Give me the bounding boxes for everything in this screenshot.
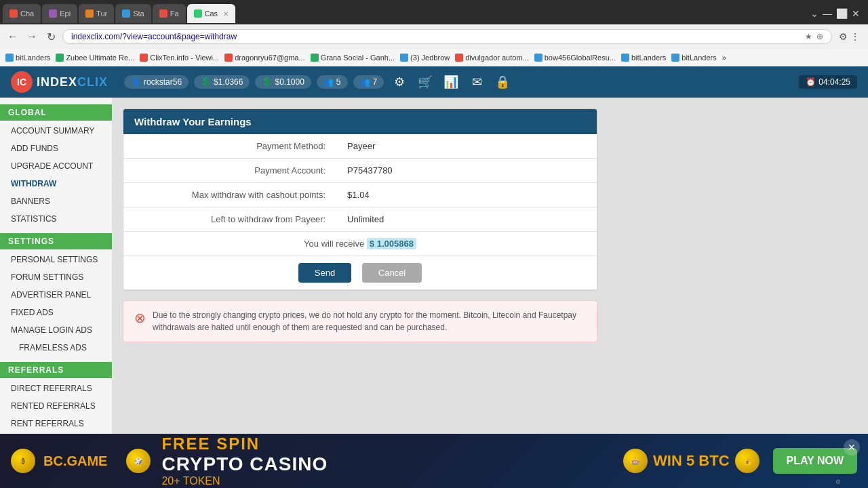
receive-amount: $ 1.005868: [367, 238, 416, 249]
sidebar-item-add-funds[interactable]: ADD FUNDS: [0, 140, 112, 157]
people2-icon: 👥: [360, 77, 370, 87]
bookmark-10[interactable]: bitLanders: [671, 54, 716, 62]
back-button[interactable]: ←: [5, 30, 20, 43]
cancel-button[interactable]: Cancel: [362, 263, 422, 283]
tab-4[interactable]: Sta: [115, 4, 151, 23]
bookmarks-bar: bitLanders Zubee Ultimate Re... ClixTen.…: [0, 49, 868, 66]
withdraw-title: Withdraw Your Earnings: [123, 109, 597, 134]
shop-icon[interactable]: 🛒: [415, 72, 435, 92]
sidebar-item-withdraw[interactable]: WITHDRAW: [0, 175, 112, 192]
bookmark-3[interactable]: ClixTen.info - Viewi...: [140, 54, 219, 62]
address-icons: ★⊕: [805, 32, 823, 41]
address-bar[interactable]: indexclix.com/?view=account&page=withdra…: [62, 29, 832, 44]
sidebar-item-banners[interactable]: BANNERS: [0, 192, 112, 210]
label-payment-account: Payment Account:: [123, 159, 336, 183]
bookmark-6[interactable]: (3) Jedbrow: [400, 54, 450, 62]
forward-button[interactable]: →: [24, 30, 39, 43]
reload-button[interactable]: ↻: [43, 30, 58, 43]
sidebar-item-statistics[interactable]: STATISTICS: [0, 210, 112, 228]
header-count2: 👥 7: [353, 75, 384, 89]
sidebar-item-frameless-ads[interactable]: FRAMELESS ADS: [0, 339, 112, 357]
ad-close-button[interactable]: ✕: [844, 439, 860, 455]
coin-decoration-3: 🎰: [623, 449, 648, 473]
bookmark-4[interactable]: dragonryu67@gma...: [224, 54, 305, 62]
sidebar-item-upgrade-account[interactable]: UPGRADE ACCOUNT: [0, 157, 112, 175]
withdraw-panel: Withdraw Your Earnings Payment Method: P…: [123, 108, 597, 291]
table-row-max-withdraw: Max withdraw with cashout points: $1.04: [123, 183, 597, 207]
sidebar: GLOBAL ACCOUNT SUMMARY ADD FUNDS UPGRADE…: [0, 98, 112, 488]
browser-actions: ⚙ ⋮: [836, 31, 863, 42]
sidebar-item-account-summary[interactable]: ACCOUNT SUMMARY: [0, 122, 112, 140]
browser-chrome: Cha Epi Tur Sta Fa Cas ✕ ⌄ — ⬜ ✕: [0, 0, 868, 66]
withdraw-table: Payment Method: Payeer Payment Account: …: [123, 134, 597, 290]
bookmark-9[interactable]: bitLanders: [621, 54, 666, 62]
menu-icon[interactable]: ⋮: [850, 31, 860, 42]
main-layout: GLOBAL ACCOUNT SUMMARY ADD FUNDS UPGRADE…: [0, 98, 868, 488]
ad-banner: ✕ ₿ BC.GAME 🎲 FREE SPIN CRYPTO CASINO 20…: [0, 434, 868, 488]
receive-text: You will receive: [304, 239, 367, 249]
tab-bar: Cha Epi Tur Sta Fa Cas ✕ ⌄ — ⬜ ✕: [0, 0, 868, 24]
settings-icon[interactable]: ⚙: [389, 72, 410, 92]
sidebar-item-advertiser-panel[interactable]: ADVERTISER PANEL: [0, 286, 112, 304]
sidebar-item-manage-login-ads[interactable]: MANAGE LOGIN ADS: [0, 321, 112, 339]
lock-icon[interactable]: 🔒: [492, 72, 513, 92]
ad-free-spin: FREE SPIN: [161, 434, 623, 453]
more-bookmarks[interactable]: »: [722, 54, 726, 62]
logo-text: INDEXCLIX: [37, 75, 108, 89]
sidebar-item-personal-settings[interactable]: PERSONAL SETTINGS: [0, 251, 112, 268]
chart-icon[interactable]: 📊: [441, 72, 461, 92]
dollar2-icon: 💲: [262, 77, 272, 87]
sidebar-item-rented-referrals[interactable]: RENTED REFERRALS: [0, 397, 112, 415]
send-button[interactable]: Send: [298, 263, 351, 283]
sidebar-settings-header: SETTINGS: [0, 233, 112, 249]
ad-crypto-casino: CRYPTO CASINO: [161, 453, 623, 475]
header-time: ⏰ 04:04:25: [799, 75, 857, 89]
warning-icon: ⊗: [134, 310, 146, 326]
header-items: 👤 rockstar56 💲 $1.0366 💲 $0.1000 👥 5 👥 7…: [124, 72, 513, 92]
address-bar-row: ← → ↻ indexclix.com/?view=account&page=w…: [0, 24, 868, 49]
tab-actions[interactable]: ⌄ — ⬜ ✕: [805, 8, 865, 19]
bookmark-7[interactable]: divulgador autom...: [455, 54, 529, 62]
table-row-payment-method: Payment Method: Payeer: [123, 134, 597, 159]
value-max-withdraw: $1.04: [336, 183, 597, 207]
bookmark-1[interactable]: bitLanders: [5, 54, 50, 62]
bookmark-2[interactable]: Zubee Ultimate Re...: [56, 54, 134, 62]
header-balance2: 💲 $0.1000: [255, 75, 311, 89]
value-payment-account: P75437780: [336, 159, 597, 183]
sidebar-item-direct-referrals[interactable]: DIRECT REFERRALS: [0, 380, 112, 397]
coin-decoration-2: 🎲: [126, 449, 151, 473]
value-left-withdraw: Unlimited: [336, 207, 597, 232]
table-row-buttons: Send Cancel: [123, 256, 597, 290]
dollar-icon: 💲: [201, 77, 211, 87]
tab-5[interactable]: Fa: [153, 4, 186, 23]
table-row-receive: You will receive $ 1.005868: [123, 232, 597, 256]
tab-3[interactable]: Tur: [79, 4, 114, 23]
table-row-payment-account: Payment Account: P75437780: [123, 159, 597, 183]
ad-logo: BC.GAME: [43, 453, 107, 469]
header-username[interactable]: 👤 rockstar56: [124, 75, 189, 89]
sidebar-item-forum-settings[interactable]: FORUM SETTINGS: [0, 268, 112, 286]
ad-token-count: 20+ TOKEN: [161, 475, 623, 487]
tab-1[interactable]: Cha: [3, 4, 41, 23]
extensions-icon[interactable]: ⚙: [839, 31, 848, 42]
user-icon: 👤: [131, 77, 141, 87]
tab-2[interactable]: Epi: [42, 4, 77, 23]
warning-box: ⊗ Due to the strongly changing crypto pr…: [123, 300, 597, 342]
sidebar-item-rent-referrals[interactable]: RENT REFERRALS: [0, 415, 112, 432]
sidebar-item-fixed-ads[interactable]: FIXED ADS: [0, 304, 112, 321]
bookmark-8[interactable]: bow456GlobalResu...: [534, 54, 616, 62]
label-payment-method: Payment Method:: [123, 134, 336, 159]
bookmark-5[interactable]: Grana Social - Ganh...: [311, 54, 395, 62]
value-payment-method: Payeer: [336, 134, 597, 159]
mail-icon[interactable]: ✉: [467, 72, 487, 92]
header-count1: 👥 5: [317, 75, 348, 89]
warning-text: Due to the strongly changing crypto pric…: [153, 309, 586, 333]
ad-settings-icon[interactable]: ⚙: [835, 479, 841, 485]
tab-6-active[interactable]: Cas ✕: [187, 4, 236, 23]
sidebar-referrals-header: REFERRALS: [0, 362, 112, 378]
ad-win-label: WIN 5 BTC: [653, 452, 729, 470]
label-max-withdraw: Max withdraw with cashout points:: [123, 183, 336, 207]
clock-icon: ⏰: [806, 77, 816, 87]
coin-decoration-1: ₿: [11, 449, 35, 473]
site-header: IC INDEXCLIX 👤 rockstar56 💲 $1.0366 💲 $0…: [0, 66, 868, 98]
